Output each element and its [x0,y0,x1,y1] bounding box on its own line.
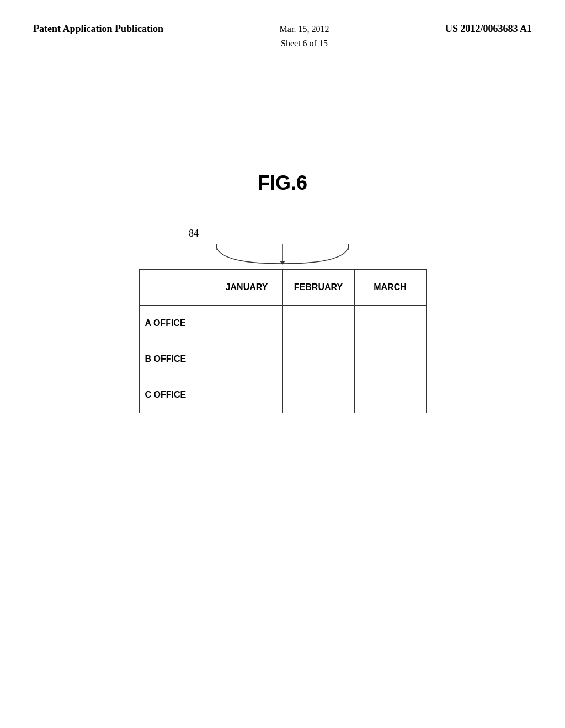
cell-a-january [211,306,282,341]
col-header-february: FEBRUARY [282,270,354,306]
brace-reference-label: 84 [189,228,465,239]
row-header-a-office: A OFFICE [139,306,211,341]
figure-label: FIG.6 [0,172,565,195]
diagram: 84 [0,228,565,413]
table-row: C OFFICE [139,377,426,413]
table-row: B OFFICE [139,341,426,377]
cell-b-february [282,341,354,377]
col-header-march: MARCH [354,270,426,306]
cell-a-march [354,306,426,341]
cell-a-february [282,306,354,341]
row-header-c-office: C OFFICE [139,377,211,413]
data-table-wrapper: JANUARY FEBRUARY MARCH A OFFICE B OFFICE [139,269,427,413]
table-row: A OFFICE [139,306,426,341]
brace-svg [145,242,420,269]
svg-marker-3 [280,261,285,265]
cell-c-march [354,377,426,413]
date-sheet-info: Mar. 15, 2012 Sheet 6 of 15 [280,22,329,50]
date-label: Mar. 15, 2012 [280,24,329,34]
cell-b-march [354,341,426,377]
page-header: Patent Application Publication Mar. 15, … [0,0,565,61]
cell-c-february [282,377,354,413]
table-header-row: JANUARY FEBRUARY MARCH [139,270,426,306]
col-header-january: JANUARY [211,270,282,306]
patent-number-label: US 2012/0063683 A1 [445,22,532,36]
cell-c-january [211,377,282,413]
data-table: JANUARY FEBRUARY MARCH A OFFICE B OFFICE [139,269,427,413]
sheet-label: Sheet 6 of 15 [281,39,328,48]
row-header-b-office: B OFFICE [139,341,211,377]
cell-b-january [211,341,282,377]
page: Patent Application Publication Mar. 15, … [0,0,565,728]
corner-cell [139,270,211,306]
publication-label: Patent Application Publication [33,22,163,36]
